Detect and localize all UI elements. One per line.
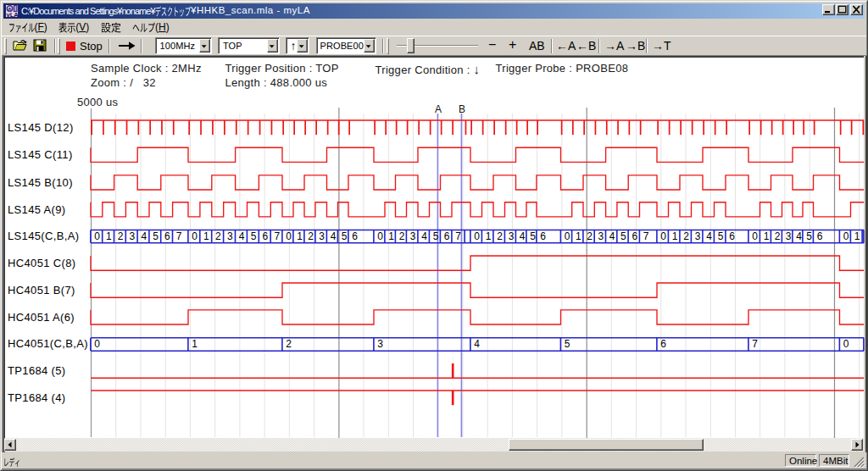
svg-text:5: 5 (806, 230, 812, 242)
svg-text:3: 3 (319, 230, 325, 242)
svg-text:1: 1 (192, 338, 198, 350)
svg-text:1: 1 (203, 230, 209, 242)
svg-text:1: 1 (764, 230, 770, 242)
svg-text:1: 1 (388, 230, 394, 242)
svg-text:0: 0 (94, 338, 100, 350)
svg-text:7: 7 (643, 230, 649, 242)
svg-text:2: 2 (775, 230, 781, 242)
svg-text:5: 5 (620, 230, 626, 242)
svg-text:6: 6 (632, 230, 637, 242)
svg-text:2: 2 (399, 230, 405, 242)
svg-text:6: 6 (729, 230, 735, 242)
svg-text:5: 5 (251, 230, 257, 242)
svg-text:3: 3 (227, 230, 233, 242)
svg-text:2: 2 (587, 230, 593, 242)
svg-text:2: 2 (308, 230, 314, 242)
svg-text:4: 4 (520, 230, 526, 242)
svg-text:2: 2 (286, 338, 292, 350)
svg-text:3: 3 (377, 338, 383, 350)
svg-text:0: 0 (565, 230, 570, 242)
svg-text:4: 4 (706, 230, 712, 242)
svg-text:0: 0 (192, 230, 198, 242)
svg-text:7: 7 (752, 338, 758, 350)
svg-text:5: 5 (530, 230, 536, 242)
svg-text:6: 6 (352, 230, 358, 242)
svg-text:6: 6 (164, 230, 170, 242)
svg-text:6: 6 (444, 230, 450, 242)
svg-text:4: 4 (609, 230, 615, 242)
svg-text:3: 3 (695, 230, 701, 242)
svg-text:6: 6 (660, 338, 666, 350)
svg-text:0: 0 (843, 338, 849, 350)
svg-text:4: 4 (421, 230, 427, 242)
svg-text:0: 0 (377, 230, 383, 242)
svg-text:7: 7 (176, 230, 182, 242)
svg-text:4: 4 (141, 230, 147, 242)
svg-text:7: 7 (275, 230, 281, 242)
svg-text:1: 1 (672, 230, 678, 242)
svg-text:4: 4 (474, 338, 480, 350)
svg-text:5: 5 (433, 230, 439, 242)
svg-text:0: 0 (752, 230, 758, 242)
svg-text:6: 6 (263, 230, 269, 242)
svg-text:3: 3 (130, 230, 136, 242)
svg-text:3: 3 (598, 230, 604, 242)
svg-text:1: 1 (297, 230, 303, 242)
svg-text:3: 3 (509, 230, 515, 242)
svg-text:1: 1 (486, 230, 492, 242)
svg-text:5: 5 (718, 230, 724, 242)
svg-text:2: 2 (215, 230, 221, 242)
svg-text:0: 0 (474, 230, 480, 242)
svg-text:3: 3 (786, 230, 792, 242)
svg-text:4: 4 (796, 230, 802, 242)
svg-text:7: 7 (455, 230, 461, 242)
svg-text:0: 0 (286, 230, 292, 242)
svg-text:3: 3 (410, 230, 416, 242)
svg-text:1: 1 (576, 230, 581, 242)
svg-text:5: 5 (565, 338, 570, 350)
svg-text:0: 0 (843, 230, 849, 242)
svg-text:5: 5 (342, 230, 348, 242)
svg-text:2: 2 (497, 230, 503, 242)
svg-text:6: 6 (540, 230, 546, 242)
svg-text:2: 2 (683, 230, 689, 242)
svg-text:2: 2 (118, 230, 124, 242)
svg-text:5: 5 (153, 230, 159, 242)
svg-text:4: 4 (239, 230, 245, 242)
svg-text:4: 4 (331, 230, 337, 242)
svg-text:0: 0 (660, 230, 666, 242)
svg-text:1: 1 (106, 230, 112, 242)
svg-text:1: 1 (854, 230, 860, 242)
svg-text:6: 6 (817, 230, 823, 242)
svg-text:0: 0 (94, 230, 100, 242)
